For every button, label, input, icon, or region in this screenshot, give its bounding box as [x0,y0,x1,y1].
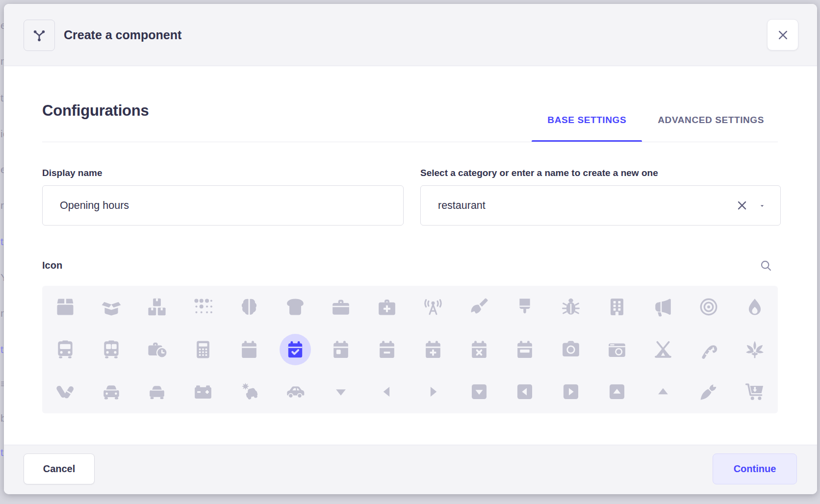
briefcase-icon[interactable] [318,286,364,328]
category-input[interactable] [420,185,781,226]
briefcase-medical-icon[interactable] [364,286,410,328]
candy-cane-icon[interactable] [686,328,732,371]
continue-button[interactable]: Continue [713,454,797,484]
caret-square-down-icon[interactable] [456,371,502,413]
cancel-button[interactable]: Cancel [24,454,95,484]
bullhorn-icon[interactable] [640,286,686,328]
clear-category-button[interactable] [735,198,749,213]
calendar-check-icon[interactable] [272,328,318,371]
calendar-times-icon[interactable] [456,328,502,371]
tab-base-settings[interactable]: BASE SETTINGS [532,98,642,142]
settings-tabs: BASE SETTINGS ADVANCED SETTINGS [532,98,780,142]
tabs-divider [42,142,778,142]
tab-advanced-settings[interactable]: ADVANCED SETTINGS [642,98,780,142]
page-backdrop: emticertYnt≡bt Create a component Config… [0,0,820,504]
caret-left-icon[interactable] [364,371,410,413]
icon-search-button[interactable] [758,258,773,273]
component-icon [24,20,55,51]
car-crash-icon[interactable] [226,371,272,413]
cart-arrow-down-icon[interactable] [732,371,778,413]
icon-picker-label: Icon [42,260,62,271]
caret-square-up-icon[interactable] [594,371,640,413]
car-battery-icon[interactable] [180,371,226,413]
broom-icon[interactable] [456,286,502,328]
calendar-week-icon[interactable] [502,328,548,371]
icon-picker-panel [42,286,778,413]
modal-title: Create a component [64,4,181,66]
display-name-label: Display name [42,168,102,178]
brush-icon[interactable] [502,286,548,328]
car-icon[interactable] [88,371,134,413]
display-name-input[interactable] [42,185,404,226]
bus-icon[interactable] [42,328,88,371]
campground-icon[interactable] [640,328,686,371]
cannabis-icon[interactable] [732,328,778,371]
caret-square-left-icon[interactable] [502,371,548,413]
burn-icon[interactable] [732,286,778,328]
calendar-day-icon[interactable] [318,328,364,371]
category-dropdown-toggle[interactable] [758,202,767,210]
box-open-icon[interactable] [88,286,134,328]
icon-grid [42,286,778,413]
section-heading: Configurations [42,102,149,120]
building-icon[interactable] [594,286,640,328]
camera-icon[interactable] [548,328,594,371]
car-side-icon[interactable] [272,371,318,413]
caret-up-icon[interactable] [640,371,686,413]
backdrop-text-fragment: t [0,447,3,458]
broadcast-tower-icon[interactable] [410,286,456,328]
caret-square-right-icon[interactable] [548,371,594,413]
calendar-icon[interactable] [226,328,272,371]
create-component-modal: Create a component Configurations BASE S… [4,4,817,494]
business-time-icon[interactable] [134,328,180,371]
brain-icon[interactable] [226,286,272,328]
tab-base-settings-label: BASE SETTINGS [547,115,626,126]
caret-down-icon[interactable] [318,371,364,413]
bread-slice-icon[interactable] [272,286,318,328]
caret-right-icon[interactable] [410,371,456,413]
modal-footer: Cancel Continue [4,445,817,494]
camera-retro-icon[interactable] [594,328,640,371]
bus-alt-icon[interactable] [88,328,134,371]
calculator-icon[interactable] [180,328,226,371]
capsules-icon[interactable] [42,371,88,413]
backdrop-text-fragment: t [0,236,3,248]
calendar-plus-icon[interactable] [410,328,456,371]
box-icon[interactable] [42,286,88,328]
backdrop-text-fragment: r [0,200,4,211]
close-button[interactable] [767,19,798,50]
carrot-icon[interactable] [686,371,732,413]
modal-header: Create a component [4,4,817,66]
calendar-minus-icon[interactable] [364,328,410,371]
boxes-icon[interactable] [134,286,180,328]
category-label: Select a category or enter a name to cre… [420,168,658,178]
backdrop-text-fragment: t [0,92,3,104]
car-alt-icon[interactable] [134,371,180,413]
bullseye-icon[interactable] [686,286,732,328]
tab-advanced-settings-label: ADVANCED SETTINGS [658,115,764,126]
backdrop-text-fragment: t [0,344,3,355]
bug-icon[interactable] [548,286,594,328]
selected-icon-halo [280,334,311,365]
braille-icon[interactable] [180,286,226,328]
